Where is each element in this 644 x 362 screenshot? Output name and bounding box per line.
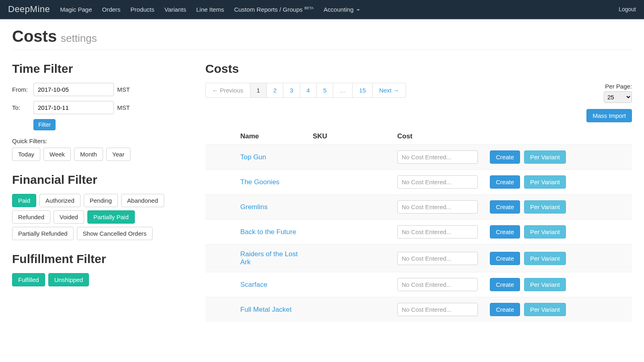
create-button[interactable]: Create: [490, 150, 520, 164]
financial-filter-button[interactable]: Show Cancelled Orders: [77, 227, 153, 240]
pagination-next[interactable]: Next →: [373, 83, 406, 97]
nav-item[interactable]: Variants: [165, 6, 186, 13]
pagination: ← Previous12345…15Next →: [205, 83, 406, 98]
per-variant-button[interactable]: Per Variant: [524, 175, 566, 189]
from-date-input[interactable]: [33, 83, 114, 96]
pagination-page[interactable]: 3: [283, 83, 299, 97]
fulfillment-filter-title: Fulfillment Filter: [12, 252, 193, 266]
table-row: The GooniesCreatePer Variant: [205, 170, 632, 195]
pagination-page[interactable]: 15: [353, 83, 372, 97]
main-content: Costs ← Previous12345…15Next → Per Page:…: [205, 62, 632, 322]
page-title: Costs: [12, 27, 57, 45]
navbar-right: Logout: [619, 6, 636, 12]
financial-filter-button[interactable]: Partially Refunded: [12, 227, 74, 240]
cost-input[interactable]: [397, 252, 478, 265]
per-variant-button[interactable]: Per Variant: [524, 200, 566, 214]
create-button[interactable]: Create: [490, 278, 520, 291]
to-date-input[interactable]: [33, 101, 114, 114]
financial-filter-button[interactable]: Pending: [84, 194, 118, 207]
product-link[interactable]: Back to the Future: [240, 228, 296, 236]
nav-item[interactable]: Line Items: [196, 6, 224, 13]
per-variant-button[interactable]: Per Variant: [524, 150, 566, 164]
sku-cell: [308, 145, 392, 170]
nav-item[interactable]: Magic Page: [60, 6, 92, 13]
cost-input[interactable]: [397, 278, 478, 291]
nav-item[interactable]: Custom Reports / Groups BETA: [234, 6, 314, 13]
product-link[interactable]: Gremlins: [240, 203, 268, 211]
sku-cell: [308, 297, 392, 322]
per-page-select[interactable]: 25: [604, 91, 632, 103]
per-page-control: Per Page: 25: [604, 83, 632, 103]
cost-input[interactable]: [397, 225, 478, 239]
table-row: Top GunCreatePer Variant: [205, 145, 632, 170]
navbar: DeepMine Magic PageOrdersProductsVariant…: [0, 0, 644, 19]
quick-filters-label: Quick Filters:: [12, 138, 193, 144]
pagination-prev[interactable]: ← Previous: [206, 83, 250, 97]
create-button[interactable]: Create: [490, 175, 520, 189]
quick-filter-button[interactable]: Today: [12, 148, 40, 161]
product-link[interactable]: The Goonies: [240, 178, 279, 186]
cost-input[interactable]: [397, 303, 478, 316]
filter-button[interactable]: Filter: [33, 119, 56, 130]
create-button[interactable]: Create: [490, 200, 520, 214]
quick-filter-button[interactable]: Year: [106, 148, 130, 161]
logout-link[interactable]: Logout: [619, 6, 636, 12]
time-filter-title: Time Filter: [12, 62, 193, 76]
financial-filter-button[interactable]: Authorized: [39, 194, 80, 207]
table-row: Back to the FutureCreatePer Variant: [205, 220, 632, 245]
per-variant-button[interactable]: Per Variant: [524, 278, 566, 291]
chevron-down-icon: [357, 9, 360, 11]
to-label: To:: [12, 104, 30, 111]
quick-filter-button[interactable]: Month: [74, 148, 103, 161]
quick-filter-button[interactable]: Week: [43, 148, 71, 161]
sku-cell: [308, 170, 392, 195]
pagination-page[interactable]: 5: [317, 83, 333, 97]
per-variant-button[interactable]: Per Variant: [524, 225, 566, 239]
table-row: Full Metal JacketCreatePer Variant: [205, 297, 632, 322]
pagination-page[interactable]: 2: [267, 83, 283, 97]
financial-filter-button[interactable]: Abandoned: [121, 194, 164, 207]
col-cost: Cost: [392, 128, 485, 145]
costs-table: Name SKU Cost Top GunCreatePer VariantTh…: [205, 128, 632, 322]
col-name: Name: [235, 128, 308, 145]
col-sku: SKU: [308, 128, 392, 145]
product-link[interactable]: Scarface: [240, 281, 267, 288]
nav-item[interactable]: Accounting: [324, 6, 360, 13]
cost-input[interactable]: [397, 200, 478, 214]
sidebar: Time Filter From: MST To: MST Filter Qui…: [12, 62, 193, 322]
financial-filter-button[interactable]: Voided: [54, 210, 84, 224]
pagination-page[interactable]: 4: [300, 83, 316, 97]
table-row: ScarfaceCreatePer Variant: [205, 272, 632, 297]
pagination-page: …: [333, 83, 352, 97]
nav-item[interactable]: Orders: [102, 6, 121, 13]
to-tz: MST: [117, 104, 130, 111]
from-label: From:: [12, 86, 30, 93]
costs-title: Costs: [205, 62, 632, 76]
cost-input[interactable]: [397, 150, 478, 164]
financial-filter-button[interactable]: Paid: [12, 194, 36, 207]
pagination-page[interactable]: 1: [250, 83, 266, 97]
financial-filter-title: Financial Filter: [12, 173, 193, 187]
per-variant-button[interactable]: Per Variant: [524, 252, 566, 265]
create-button[interactable]: Create: [490, 225, 520, 239]
fulfillment-filter-button[interactable]: Unshipped: [48, 273, 89, 286]
nav-item[interactable]: Products: [130, 6, 154, 13]
financial-filter-button[interactable]: Partially Paid: [87, 210, 135, 224]
brand-logo[interactable]: DeepMine: [8, 4, 50, 14]
page-header: Costs settings: [12, 27, 632, 50]
per-page-label: Per Page:: [604, 83, 632, 90]
product-link[interactable]: Raiders of the Lost Ark: [240, 250, 298, 266]
sku-cell: [308, 245, 392, 272]
fulfillment-filter-button[interactable]: Fulfilled: [12, 273, 45, 286]
create-button[interactable]: Create: [490, 303, 520, 316]
product-link[interactable]: Top Gun: [240, 153, 266, 161]
sku-cell: [308, 220, 392, 245]
mass-import-button[interactable]: Mass Import: [586, 109, 632, 122]
sku-cell: [308, 272, 392, 297]
navbar-nav: Magic PageOrdersProductsVariantsLine Ite…: [60, 6, 619, 13]
create-button[interactable]: Create: [490, 252, 520, 265]
cost-input[interactable]: [397, 175, 478, 189]
product-link[interactable]: Full Metal Jacket: [240, 306, 292, 313]
financial-filter-button[interactable]: Refunded: [12, 210, 50, 224]
per-variant-button[interactable]: Per Variant: [524, 303, 566, 316]
